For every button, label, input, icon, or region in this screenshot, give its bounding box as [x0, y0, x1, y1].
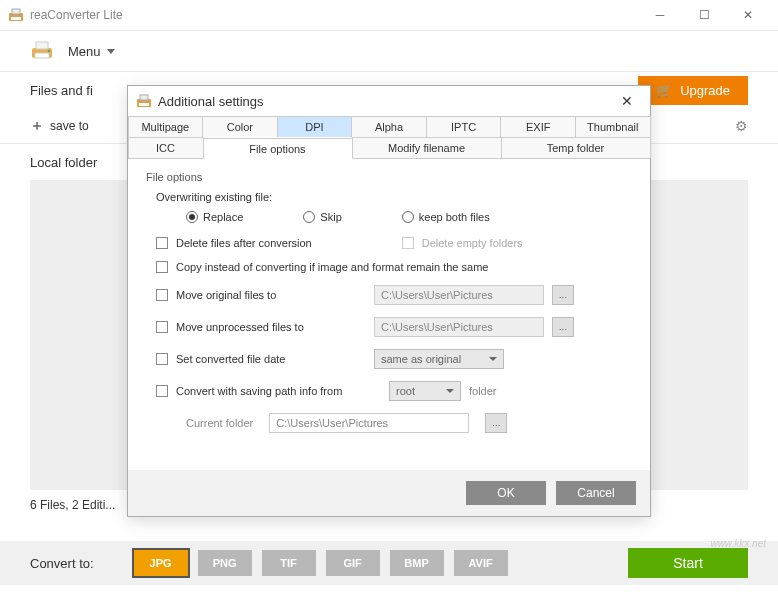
tab-iptc[interactable]: IPTC: [426, 116, 502, 137]
checkbox-move-original[interactable]: [156, 289, 168, 301]
tab-color[interactable]: Color: [202, 116, 278, 137]
radio-skip[interactable]: Skip: [303, 211, 341, 223]
convert-row: Convert to: JPG PNG TIF GIF BMP AVIF Sta…: [0, 541, 778, 585]
upgrade-button[interactable]: 🛒 Upgrade: [638, 76, 748, 105]
dialog-icon: [136, 93, 152, 109]
tab-exif[interactable]: EXIF: [500, 116, 576, 137]
printer-icon: [30, 40, 54, 62]
tab-icc[interactable]: ICC: [128, 137, 204, 158]
dialog-body: File options Overwriting existing file: …: [128, 159, 650, 470]
svg-rect-8: [140, 95, 148, 100]
browse-current-folder[interactable]: …: [485, 413, 507, 433]
format-avif[interactable]: AVIF: [454, 550, 508, 576]
move-unprocessed-path[interactable]: [374, 317, 544, 337]
current-folder-path[interactable]: [269, 413, 469, 433]
format-jpg[interactable]: JPG: [134, 550, 188, 576]
radio-icon: [303, 211, 315, 223]
radio-icon: [186, 211, 198, 223]
tab-thumbnail[interactable]: Thumbnail: [575, 116, 651, 137]
main-titlebar: reaConverter Lite ─ ☐ ✕: [0, 0, 778, 30]
browse-move-unprocessed[interactable]: …: [552, 317, 574, 337]
tab-temp-folder[interactable]: Temp folder: [501, 137, 651, 158]
root-select[interactable]: root: [389, 381, 461, 401]
files-label: Files and fi: [30, 83, 93, 98]
cancel-button[interactable]: Cancel: [556, 481, 636, 505]
radio-icon: [402, 211, 414, 223]
format-gif[interactable]: GIF: [326, 550, 380, 576]
app-title: reaConverter Lite: [30, 8, 123, 22]
checkbox-delete-files[interactable]: Delete files after conversion: [146, 237, 312, 249]
tab-alpha[interactable]: Alpha: [351, 116, 427, 137]
folder-suffix: folder: [469, 385, 497, 397]
tab-dpi[interactable]: DPI: [277, 116, 353, 137]
menu-row: Menu: [0, 30, 778, 72]
move-original-label: Move original files to: [176, 289, 366, 301]
checkbox-convert-path[interactable]: [156, 385, 168, 397]
app-icon: [8, 7, 24, 23]
svg-rect-5: [35, 53, 49, 58]
tab-file-options[interactable]: File options: [203, 138, 353, 159]
checkbox-delete-empty-folders: Delete empty folders: [392, 237, 523, 249]
radio-replace[interactable]: Replace: [186, 211, 243, 223]
menu-button[interactable]: Menu: [68, 44, 115, 59]
tab-multipage[interactable]: Multipage: [128, 116, 204, 137]
format-bmp[interactable]: BMP: [390, 550, 444, 576]
svg-point-6: [48, 50, 50, 52]
dialog-tabs: Multipage Color DPI Alpha IPTC EXIF Thum…: [128, 116, 650, 159]
caret-down-icon: [107, 49, 115, 54]
gear-icon[interactable]: ⚙: [735, 118, 748, 134]
watermark: www.kkx.net: [710, 538, 766, 549]
group-title: File options: [146, 171, 632, 183]
dialog-buttons: OK Cancel: [128, 470, 650, 516]
svg-rect-9: [139, 103, 149, 106]
format-png[interactable]: PNG: [198, 550, 252, 576]
checkbox-move-unprocessed[interactable]: [156, 321, 168, 333]
upgrade-label: Upgrade: [680, 83, 730, 98]
svg-rect-1: [12, 9, 20, 14]
dialog-title: Additional settings: [158, 94, 264, 109]
menu-label: Menu: [68, 44, 101, 59]
radio-keep-both[interactable]: keep both files: [402, 211, 490, 223]
additional-settings-dialog: Additional settings ✕ Multipage Color DP…: [127, 85, 651, 517]
format-tif[interactable]: TIF: [262, 550, 316, 576]
plus-icon[interactable]: ＋: [30, 117, 44, 135]
local-folder-label: Local folder: [30, 155, 97, 170]
convert-path-label: Convert with saving path info from: [176, 385, 381, 397]
save-to-label: save to: [50, 119, 89, 133]
tab-modify-filename[interactable]: Modify filename: [352, 137, 502, 158]
date-select[interactable]: same as original: [374, 349, 504, 369]
convert-to-label: Convert to:: [30, 556, 94, 571]
dialog-titlebar: Additional settings ✕: [128, 86, 650, 116]
minimize-button[interactable]: ─: [638, 0, 682, 30]
current-folder-label: Current folder: [186, 417, 253, 429]
close-button[interactable]: ✕: [726, 0, 770, 30]
svg-rect-4: [36, 42, 48, 49]
browse-move-original[interactable]: …: [552, 285, 574, 305]
move-original-path[interactable]: [374, 285, 544, 305]
svg-rect-2: [11, 17, 21, 20]
move-unprocessed-label: Move unprocessed files to: [176, 321, 366, 333]
checkbox-set-date[interactable]: [156, 353, 168, 365]
dialog-close-button[interactable]: ✕: [612, 86, 642, 116]
checkbox-copy-instead[interactable]: Copy instead of converting if image and …: [146, 261, 632, 273]
set-date-label: Set converted file date: [176, 353, 366, 365]
ok-button[interactable]: OK: [466, 481, 546, 505]
maximize-button[interactable]: ☐: [682, 0, 726, 30]
overwrite-label: Overwriting existing file:: [156, 191, 632, 203]
start-button[interactable]: Start: [628, 548, 748, 578]
cart-icon: 🛒: [656, 83, 672, 98]
